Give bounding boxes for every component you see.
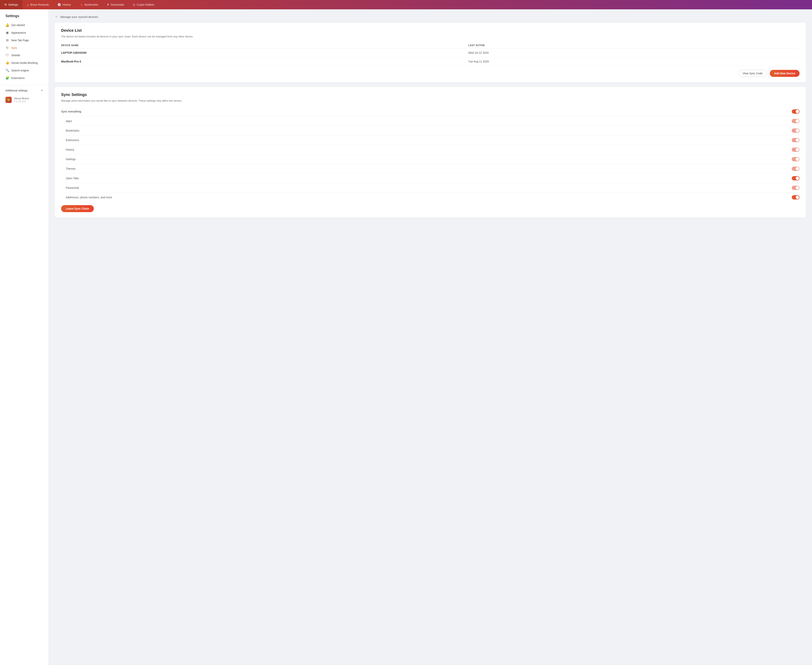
sync-row-themes: Themes bbox=[61, 164, 799, 174]
sync-label-sync-everything: Sync everything bbox=[61, 110, 81, 113]
social-media-blocking-icon: 👍 bbox=[5, 61, 9, 65]
brave-rewards-icon: △ bbox=[27, 3, 29, 7]
device-list-title: Device List bbox=[61, 28, 799, 33]
sidebar-item-get-started[interactable]: 🔔 Get started bbox=[0, 21, 48, 29]
sync-rows: Sync everythingAppsBookmarksExtensionsHi… bbox=[61, 107, 799, 202]
device-table: DEVICE NAME LAST ACTIVE LAPTOP-12EH3O00 … bbox=[61, 43, 799, 66]
sync-label-bookmarks: Bookmarks bbox=[66, 129, 79, 132]
crypto-wallets-icon: ◎ bbox=[133, 3, 135, 7]
about-brave-label[interactable]: About Brave bbox=[14, 97, 29, 100]
about-section: 🦁 About Brave v 1.12.112 bbox=[0, 93, 48, 103]
sync-label-history: History bbox=[66, 148, 74, 151]
device-list-card: Device List The device list below includ… bbox=[55, 23, 806, 82]
nav-item-bookmarks[interactable]: 🔖 Bookmarks bbox=[75, 0, 103, 9]
appearance-icon: ▣ bbox=[5, 31, 9, 34]
sidebar-item-new-tab-page[interactable]: ⊞ New Tab Page bbox=[0, 36, 48, 44]
sync-label-addresses: Addresses, phone numbers, and more bbox=[66, 196, 112, 199]
back-arrow-icon: ← bbox=[55, 15, 58, 19]
device-name-column-header: DEVICE NAME bbox=[61, 43, 468, 49]
sync-settings-card: Sync Settings Manage what information yo… bbox=[55, 87, 806, 217]
last-active-cell: Wed Jul 22 2020 bbox=[468, 49, 799, 57]
back-button[interactable]: ← Manage your synced devices bbox=[55, 15, 806, 19]
sync-toggle-apps[interactable] bbox=[792, 119, 799, 123]
layout: Settings 🔔 Get started ▣ Appearance ⊞ Ne… bbox=[0, 9, 812, 665]
sync-label-apps: Apps bbox=[66, 120, 72, 123]
new-tab-page-icon: ⊞ bbox=[5, 38, 9, 42]
bookmarks-icon: 🔖 bbox=[80, 3, 83, 7]
sync-row-history: History bbox=[61, 145, 799, 154]
additional-settings-section: Additional settings ▼ bbox=[0, 85, 48, 93]
settings-icon: ⚙ bbox=[4, 3, 7, 7]
table-row: LAPTOP-12EH3O00 Wed Jul 22 2020 bbox=[61, 49, 799, 57]
search-engine-icon: 🔍 bbox=[5, 69, 9, 72]
sync-settings-description: Manage what information you would like t… bbox=[61, 99, 799, 103]
sync-toggle-settings[interactable] bbox=[792, 157, 799, 161]
sync-toggle-sync-everything[interactable] bbox=[792, 110, 799, 114]
device-name-cell: LAPTOP-12EH3O00 bbox=[61, 49, 468, 57]
sync-row-extensions: Extensions bbox=[61, 136, 799, 145]
sync-icon: ↻ bbox=[5, 46, 9, 50]
get-started-icon: 🔔 bbox=[5, 23, 9, 27]
sync-row-apps: Apps bbox=[61, 116, 799, 126]
sync-row-bookmarks: Bookmarks bbox=[61, 126, 799, 136]
sync-row-passwords: Passwords bbox=[61, 183, 799, 193]
view-sync-code-button[interactable]: View Sync Code bbox=[738, 70, 767, 77]
sidebar-item-social-media-blocking[interactable]: 👍 Social media blocking bbox=[0, 59, 48, 67]
brave-version: v 1.12.112 bbox=[14, 100, 26, 103]
downloads-icon: ⬇ bbox=[107, 3, 110, 7]
add-new-device-button[interactable]: Add New Device bbox=[770, 70, 799, 77]
extensions-icon: 🧩 bbox=[5, 76, 9, 80]
sync-label-settings: Settings bbox=[66, 158, 76, 161]
sidebar-item-sync[interactable]: ↻ Sync bbox=[0, 44, 48, 52]
leave-sync-chain-button[interactable]: Leave Sync Chain bbox=[61, 205, 94, 212]
sync-row-sync-everything: Sync everything bbox=[61, 107, 799, 116]
chevron-down-icon: ▼ bbox=[41, 89, 43, 92]
nav-item-history[interactable]: 🕐 History bbox=[53, 0, 75, 9]
history-icon: 🕐 bbox=[57, 3, 61, 7]
sidebar-item-shields[interactable]: 🛡 Shields bbox=[0, 52, 48, 59]
sidebar-title: Settings bbox=[0, 14, 48, 21]
sync-toggle-extensions[interactable] bbox=[792, 138, 799, 142]
last-active-column-header: LAST ACTIVE bbox=[468, 43, 799, 49]
sync-label-passwords: Passwords bbox=[66, 186, 79, 189]
nav-item-downloads[interactable]: ⬇ Downloads bbox=[103, 0, 128, 9]
sidebar: Settings 🔔 Get started ▣ Appearance ⊞ Ne… bbox=[0, 9, 49, 665]
table-row: MacBook-Pro-3 Tue Aug 11 2020 bbox=[61, 57, 799, 66]
sync-settings-title: Sync Settings bbox=[61, 92, 799, 97]
top-navigation: ⚙ Settings △ Brave Rewards 🕐 History 🔖 B… bbox=[0, 0, 812, 9]
sync-toggle-addresses[interactable] bbox=[792, 195, 799, 200]
additional-settings-toggle[interactable]: Additional settings ▼ bbox=[5, 87, 43, 93]
page-breadcrumb: Manage your synced devices bbox=[60, 15, 98, 18]
nav-item-brave-rewards[interactable]: △ Brave Rewards bbox=[22, 0, 53, 9]
device-name-cell: MacBook-Pro-3 bbox=[61, 57, 468, 66]
sidebar-item-appearance[interactable]: ▣ Appearance bbox=[0, 29, 48, 36]
shields-icon: 🛡 bbox=[5, 54, 9, 57]
sidebar-item-search-engine[interactable]: 🔍 Search engine bbox=[0, 67, 48, 74]
main-content: ← Manage your synced devices Device List… bbox=[49, 9, 812, 665]
last-active-cell: Tue Aug 11 2020 bbox=[468, 57, 799, 66]
sidebar-item-extensions[interactable]: 🧩 Extensions bbox=[0, 74, 48, 82]
sync-toggle-history[interactable] bbox=[792, 147, 799, 152]
sync-label-themes: Themes bbox=[66, 167, 76, 170]
sync-row-settings: Settings bbox=[61, 154, 799, 164]
sync-toggle-bookmarks[interactable] bbox=[792, 128, 799, 133]
sync-toggle-open-tabs[interactable] bbox=[792, 176, 799, 180]
nav-item-crypto-wallets[interactable]: ◎ Crypto Wallets bbox=[128, 0, 159, 9]
sync-toggle-themes[interactable] bbox=[792, 167, 799, 171]
sync-row-addresses: Addresses, phone numbers, and more bbox=[61, 193, 799, 202]
nav-item-settings[interactable]: ⚙ Settings bbox=[0, 0, 22, 9]
device-list-actions: View Sync Code Add New Device bbox=[61, 70, 799, 77]
sync-label-open-tabs: Open Tabs bbox=[66, 177, 79, 180]
sync-row-open-tabs: Open Tabs bbox=[61, 174, 799, 183]
sync-toggle-passwords[interactable] bbox=[792, 186, 799, 190]
device-list-description: The device list below includes all devic… bbox=[61, 34, 799, 39]
sync-label-extensions: Extensions bbox=[66, 139, 79, 142]
brave-logo-icon: 🦁 bbox=[5, 97, 11, 103]
